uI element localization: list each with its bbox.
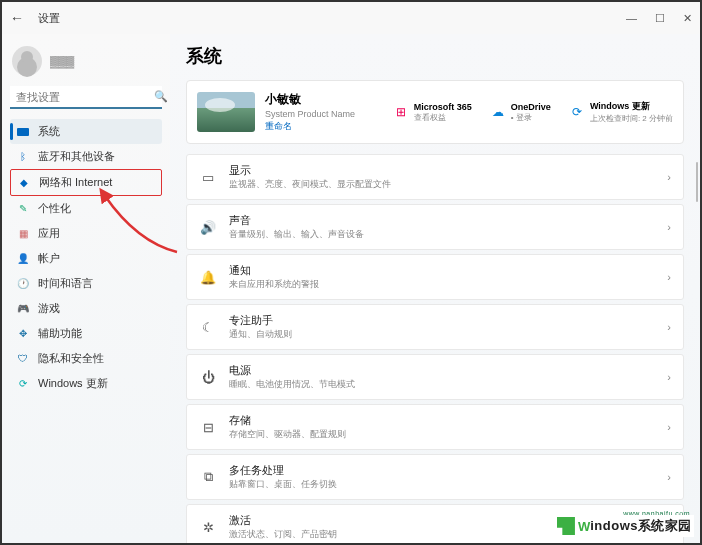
- setting-title: 电源: [229, 363, 655, 378]
- setting-title: 存储: [229, 413, 655, 428]
- update-icon: ⟳: [569, 104, 585, 120]
- device-header: 小敏敏 System Product Name 重命名 ⊞ Microsoft …: [186, 80, 684, 144]
- setting-row-storage[interactable]: ⊟存储存储空间、驱动器、配置规则›: [186, 404, 684, 450]
- display-icon: ▭: [199, 168, 217, 186]
- sidebar-item-label: 时间和语言: [38, 276, 93, 291]
- sidebar-item-label: 应用: [38, 226, 60, 241]
- storage-icon: ⊟: [199, 418, 217, 436]
- update-icon: ⟳: [16, 377, 30, 391]
- sidebar-item-windows-update[interactable]: ⟳ Windows 更新: [10, 371, 162, 396]
- sidebar-item-label: 个性化: [38, 201, 71, 216]
- device-product: System Product Name: [265, 109, 375, 119]
- sidebar-item-label: Windows 更新: [38, 376, 108, 391]
- sidebar-item-personalization[interactable]: ✎ 个性化: [10, 196, 162, 221]
- apps-icon: ▦: [16, 227, 30, 241]
- personalization-icon: ✎: [16, 202, 30, 216]
- bluetooth-icon: ᛒ: [16, 150, 30, 164]
- sidebar-item-label: 系统: [38, 124, 60, 139]
- focus-assist-icon: ☾: [199, 318, 217, 336]
- gaming-icon: 🎮: [16, 302, 30, 316]
- watermark-logo-icon: [557, 517, 575, 535]
- notifications-icon: 🔔: [199, 268, 217, 286]
- sidebar-item-privacy[interactable]: 🛡 隐私和安全性: [10, 346, 162, 371]
- sidebar-item-network[interactable]: ◆ 网络和 Internet: [10, 169, 162, 196]
- setting-row-focus-assist[interactable]: ☾专注助手通知、自动规则›: [186, 304, 684, 350]
- multitasking-icon: ⧉: [199, 468, 217, 486]
- setting-row-sound[interactable]: 🔊声音音量级别、输出、输入、声音设备›: [186, 204, 684, 250]
- accessibility-icon: ✥: [16, 327, 30, 341]
- sidebar-item-label: 辅助功能: [38, 326, 82, 341]
- sidebar-item-accessibility[interactable]: ✥ 辅助功能: [10, 321, 162, 346]
- microsoft-365-link[interactable]: ⊞ Microsoft 365查看权益: [393, 100, 472, 124]
- activation-icon: ✲: [199, 518, 217, 536]
- setting-row-multitasking[interactable]: ⧉多任务处理贴靠窗口、桌面、任务切换›: [186, 454, 684, 500]
- maximize-button[interactable]: ☐: [655, 12, 665, 25]
- window-title: 设置: [38, 11, 60, 26]
- close-button[interactable]: ✕: [683, 12, 692, 25]
- onedrive-icon: ☁: [490, 104, 506, 120]
- sound-icon: 🔊: [199, 218, 217, 236]
- scrollbar[interactable]: [696, 162, 698, 202]
- watermark-brand: W: [578, 519, 590, 534]
- power-icon: ⏻: [199, 368, 217, 386]
- chevron-right-icon: ›: [667, 221, 671, 233]
- search-icon: 🔍: [154, 90, 168, 103]
- device-name: 小敏敏: [265, 91, 375, 108]
- setting-row-notifications[interactable]: 🔔通知来自应用和系统的警报›: [186, 254, 684, 300]
- setting-desc: 贴靠窗口、桌面、任务切换: [229, 478, 655, 491]
- system-icon: [16, 125, 30, 139]
- network-icon: ◆: [17, 176, 31, 190]
- setting-title: 显示: [229, 163, 655, 178]
- sidebar-item-bluetooth[interactable]: ᛒ 蓝牙和其他设备: [10, 144, 162, 169]
- user-profile[interactable]: ▓▓▓: [10, 42, 162, 86]
- setting-row-power[interactable]: ⏻电源睡眠、电池使用情况、节电模式›: [186, 354, 684, 400]
- setting-row-display[interactable]: ▭显示监视器、亮度、夜间模式、显示配置文件›: [186, 154, 684, 200]
- chevron-right-icon: ›: [667, 321, 671, 333]
- page-title: 系统: [186, 44, 684, 68]
- watermark: Windows系统家园: [557, 515, 694, 537]
- sidebar-item-time-language[interactable]: 🕐 时间和语言: [10, 271, 162, 296]
- search-box[interactable]: 🔍: [10, 86, 162, 109]
- ms365-icon: ⊞: [393, 104, 409, 120]
- sidebar-item-system[interactable]: 系统: [10, 119, 162, 144]
- setting-desc: 存储空间、驱动器、配置规则: [229, 428, 655, 441]
- user-name: ▓▓▓: [50, 55, 74, 67]
- titlebar: ← 设置 — ☐ ✕: [2, 2, 700, 34]
- sidebar-item-label: 网络和 Internet: [39, 175, 112, 190]
- setting-title: 专注助手: [229, 313, 655, 328]
- chevron-right-icon: ›: [667, 371, 671, 383]
- privacy-icon: 🛡: [16, 352, 30, 366]
- setting-desc: 来自应用和系统的警报: [229, 278, 655, 291]
- chevron-right-icon: ›: [667, 471, 671, 483]
- setting-title: 声音: [229, 213, 655, 228]
- chevron-right-icon: ›: [667, 271, 671, 283]
- back-button[interactable]: ←: [10, 10, 34, 26]
- onedrive-link[interactable]: ☁ OneDrive• 登录: [490, 100, 551, 124]
- setting-title: 通知: [229, 263, 655, 278]
- chevron-right-icon: ›: [667, 171, 671, 183]
- sidebar-item-label: 游戏: [38, 301, 60, 316]
- watermark-text: indows系统家园: [590, 517, 692, 535]
- minimize-button[interactable]: —: [626, 12, 637, 25]
- time-icon: 🕐: [16, 277, 30, 291]
- main-content: 系统 小敏敏 System Product Name 重命名 ⊞ Microso…: [170, 34, 700, 543]
- setting-desc: 音量级别、输出、输入、声音设备: [229, 228, 655, 241]
- sidebar-item-apps[interactable]: ▦ 应用: [10, 221, 162, 246]
- sidebar-item-label: 帐户: [38, 251, 60, 266]
- sidebar: ▓▓▓ 🔍 系统 ᛒ 蓝牙和其他设备 ◆ 网络和 Internet ✎ 个性化 …: [2, 34, 170, 543]
- sidebar-item-label: 蓝牙和其他设备: [38, 149, 115, 164]
- sidebar-item-gaming[interactable]: 🎮 游戏: [10, 296, 162, 321]
- sidebar-item-label: 隐私和安全性: [38, 351, 104, 366]
- setting-title: 多任务处理: [229, 463, 655, 478]
- chevron-right-icon: ›: [667, 421, 671, 433]
- setting-desc: 监视器、亮度、夜间模式、显示配置文件: [229, 178, 655, 191]
- accounts-icon: 👤: [16, 252, 30, 266]
- desktop-thumbnail: [197, 92, 255, 132]
- setting-desc: 睡眠、电池使用情况、节电模式: [229, 378, 655, 391]
- avatar: [12, 46, 42, 76]
- windows-update-link[interactable]: ⟳ Windows 更新上次检查时间: 2 分钟前: [569, 100, 673, 124]
- rename-link[interactable]: 重命名: [265, 120, 375, 133]
- search-input[interactable]: [16, 91, 154, 103]
- setting-desc: 通知、自动规则: [229, 328, 655, 341]
- sidebar-item-accounts[interactable]: 👤 帐户: [10, 246, 162, 271]
